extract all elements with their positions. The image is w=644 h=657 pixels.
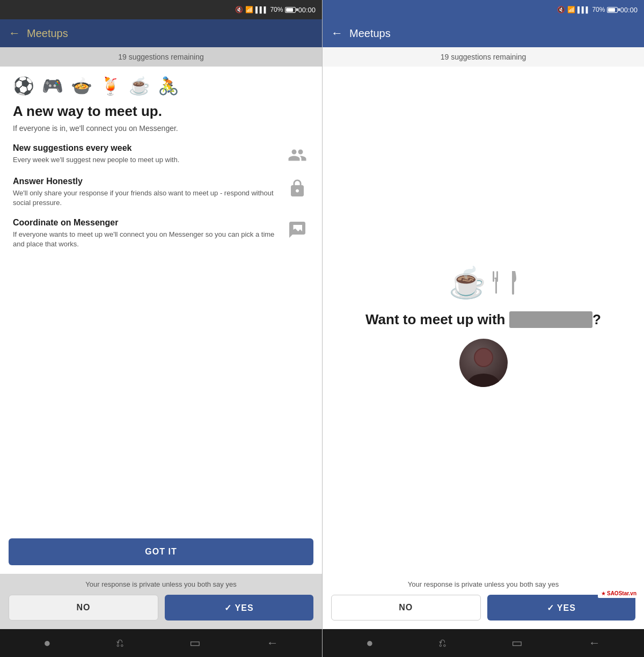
- left-time: 00:00: [298, 6, 316, 14]
- right-phone-panel: 🔇 📶 ▌▌▌ 70% 00:00 ← Meetups 19 suggestio…: [322, 0, 644, 657]
- meet-title: Want to meet up with ████████?: [365, 311, 601, 328]
- battery-percent: 70%: [270, 6, 283, 13]
- battery-icon: [285, 7, 296, 13]
- feature-honest: Answer Honestly We'll only share your re…: [13, 177, 309, 208]
- right-nav-home-icon[interactable]: ←: [589, 636, 601, 650]
- left-bottom-area: Your response is private unless you both…: [0, 574, 322, 629]
- right-yes-button[interactable]: ✓ YES: [487, 595, 636, 620]
- intro-subtitle: If everyone is in, we'll connect you on …: [13, 124, 309, 133]
- left-status-bar: 🔇 📶 ▌▌▌ 70% 00:00: [0, 0, 322, 19]
- right-no-button[interactable]: NO: [331, 595, 481, 620]
- left-intro-area: ⚽ 🎮 🍲 🍹 ☕ 🚴 A new way to meet up. If eve…: [0, 67, 322, 534]
- feature-messenger-title: Coordinate on Messenger: [13, 218, 279, 228]
- left-header-title: Meetups: [27, 27, 68, 40]
- user-avatar: [459, 339, 508, 387]
- nav-square-icon[interactable]: ▭: [189, 636, 201, 650]
- soccer-emoji: ⚽: [13, 77, 34, 94]
- left-phone-panel: 🔇 📶 ▌▌▌ 70% 00:00 ← Meetups 19 suggestio…: [0, 0, 322, 657]
- wifi-icon: 📶: [245, 6, 253, 13]
- people-svg: [288, 145, 307, 165]
- feature-suggestions: New suggestions every week Every week we…: [13, 143, 309, 167]
- bike-emoji: 🚴: [158, 77, 179, 94]
- lock-svg: [288, 179, 307, 198]
- knife-svg: [508, 270, 518, 296]
- left-yes-no-row: NO ✓ YES: [9, 595, 313, 620]
- food-emoji: 🍲: [71, 77, 92, 94]
- right-status-bar: 🔇 📶 ▌▌▌ 70% 00:00: [323, 0, 644, 19]
- emoji-row: ⚽ 🎮 🍲 🍹 ☕ 🚴: [13, 77, 309, 94]
- lock-icon: [286, 177, 309, 200]
- right-battery-percent: 70%: [592, 6, 605, 13]
- right-status-icons: 🔇 📶 ▌▌▌ 70% 00:00: [557, 6, 638, 14]
- people-icon: [286, 143, 309, 167]
- right-signal-icon: ▌▌▌: [577, 6, 590, 13]
- coffee-emoji: ☕: [129, 77, 150, 94]
- feature-suggestions-text: New suggestions every week Every week we…: [13, 143, 279, 165]
- left-nav-bar: ● ⎌ ▭ ←: [0, 629, 322, 657]
- right-nav-bar: ● ⎌ ▭ ←: [323, 629, 644, 657]
- left-back-button[interactable]: ←: [9, 26, 20, 40]
- feature-messenger-text: Coordinate on Messenger If everyone want…: [13, 218, 279, 249]
- right-wifi-icon: 📶: [567, 6, 575, 13]
- feature-honest-desc: We'll only share your response if your f…: [13, 188, 279, 208]
- meet-area: ☕ Want to meet up with ████████?: [323, 67, 644, 580]
- intro-title: A new way to meet up.: [13, 103, 309, 120]
- left-status-icons: 🔇 📶 ▌▌▌ 70% 00:00: [235, 6, 316, 14]
- meet-icons-row: ☕: [449, 265, 518, 301]
- right-app-header: ← Meetups: [323, 19, 644, 47]
- svg-rect-3: [495, 279, 497, 294]
- right-nav-square-icon[interactable]: ▭: [511, 636, 523, 650]
- sao-text: SAOStar.vn: [607, 590, 636, 596]
- got-it-button[interactable]: GOT IT: [9, 538, 313, 565]
- mute-icon: 🔇: [235, 6, 243, 13]
- svg-point-6: [475, 349, 492, 366]
- game-emoji: 🎮: [42, 77, 63, 94]
- star-icon: ★: [601, 590, 606, 596]
- right-private-text: Your response is private unless you both…: [331, 580, 635, 588]
- right-mute-icon: 🔇: [557, 6, 565, 13]
- right-suggestions-bar: 19 suggestions remaining: [323, 47, 644, 67]
- left-yes-button[interactable]: ✓ YES: [165, 595, 313, 620]
- left-private-text: Your response is private unless you both…: [9, 580, 313, 588]
- fork-svg: [491, 270, 506, 296]
- nav-home-icon[interactable]: ←: [267, 636, 279, 650]
- right-nav-circle-icon[interactable]: ●: [366, 636, 373, 650]
- drink-emoji: 🍹: [100, 77, 121, 94]
- right-main-content: ☕ Want to meet up with ████████?: [323, 67, 644, 629]
- right-battery-icon: [607, 7, 618, 13]
- fork-knife-icon: [491, 270, 518, 296]
- right-time: 00:00: [620, 6, 638, 14]
- coffee-cup-icon: ☕: [449, 265, 486, 301]
- left-no-button[interactable]: NO: [9, 595, 158, 620]
- right-back-button[interactable]: ←: [331, 26, 343, 40]
- nav-circle-icon[interactable]: ●: [43, 636, 50, 650]
- saostar-watermark: ★ SAOStar.vn: [598, 589, 640, 598]
- right-bottom-section: Your response is private unless you both…: [323, 580, 644, 629]
- signal-icon: ▌▌▌: [255, 6, 268, 13]
- svg-point-5: [467, 374, 500, 387]
- left-suggestions-bar: 19 suggestions remaining: [0, 47, 322, 67]
- svg-rect-0: [493, 271, 494, 282]
- messenger-svg: [288, 220, 307, 239]
- right-header-title: Meetups: [349, 27, 391, 40]
- nav-back-icon[interactable]: ⎌: [116, 636, 123, 650]
- feature-honest-text: Answer Honestly We'll only share your re…: [13, 177, 279, 208]
- feature-honest-title: Answer Honestly: [13, 177, 279, 186]
- avatar-placeholder: [459, 339, 508, 387]
- right-nav-back-icon[interactable]: ⎌: [439, 636, 446, 650]
- feature-messenger: Coordinate on Messenger If everyone want…: [13, 218, 309, 249]
- feature-messenger-desc: If everyone wants to meet up we'll conne…: [13, 230, 279, 249]
- feature-suggestions-desc: Every week we'll suggest new people to m…: [13, 155, 279, 165]
- avatar-svg: [459, 339, 508, 387]
- left-main-content: ⚽ 🎮 🍲 🍹 ☕ 🚴 A new way to meet up. If eve…: [0, 67, 322, 574]
- right-yes-no-row: NO ✓ YES: [331, 595, 635, 620]
- left-app-header: ← Meetups: [0, 19, 322, 47]
- blurred-name: ████████: [509, 311, 592, 328]
- feature-suggestions-title: New suggestions every week: [13, 143, 279, 153]
- messenger-icon: [286, 218, 309, 242]
